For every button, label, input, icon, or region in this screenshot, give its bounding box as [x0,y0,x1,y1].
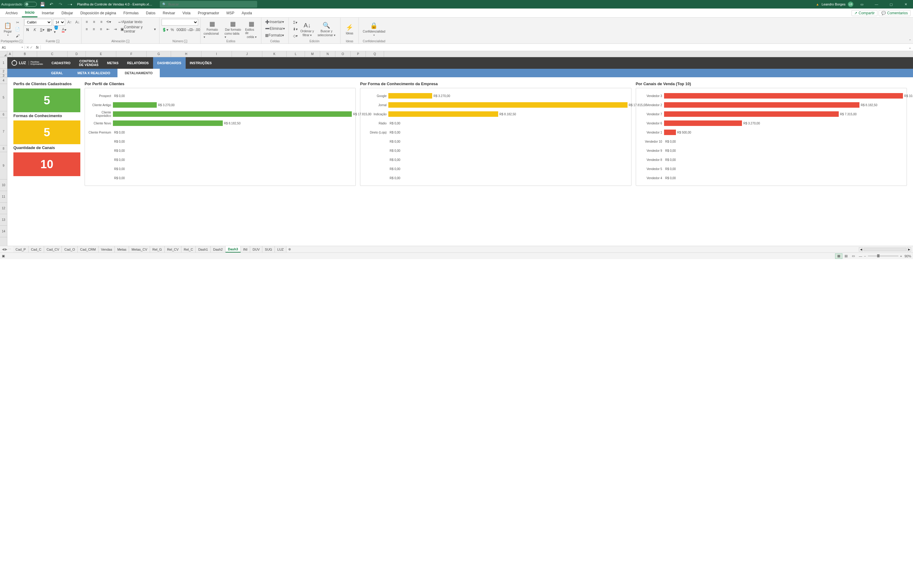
merge-center-icon[interactable]: ▣ Combinar y centrar ▾ [119,26,157,32]
ideas-button[interactable]: ⚡Ideas [345,23,355,36]
comments-button[interactable]: 💬 Comentarios [879,10,911,16]
row-header[interactable]: 7 [0,118,7,145]
sheet-tab-metas_cv[interactable]: Metas_CV [129,246,150,252]
page-break-view-icon[interactable]: ▭ [850,254,857,259]
column-header[interactable]: M [305,51,320,57]
column-header[interactable]: P [351,51,366,57]
delete-button[interactable]: ➖ Eliminar ▾ [264,26,286,32]
number-format-select[interactable] [162,19,198,26]
row-header[interactable]: 12 [0,203,7,214]
qat-customize-icon[interactable]: ⋯▾ [66,1,73,8]
normal-view-icon[interactable]: ▦ [835,254,842,259]
column-header[interactable]: H [171,51,201,57]
sheet-tab-dash2[interactable]: Dash2 [210,246,225,252]
row-header[interactable]: 11 [0,191,7,203]
zoom-slider[interactable] [868,255,898,257]
sheet-tab-sug[interactable]: SUG [262,246,275,252]
ribbon-tab-fórmulas[interactable]: Fórmulas [120,9,141,17]
subnav-item-geral[interactable]: GERAL [44,69,70,77]
formula-input[interactable] [41,46,907,49]
grid[interactable]: ABCDEFGHIJKLMNOPQ LUZ Planilhas Empresar… [7,51,913,246]
column-header[interactable]: I [201,51,232,57]
row-header[interactable]: 8 [0,145,7,152]
align-center-icon[interactable]: ≡ [91,26,97,32]
column-header[interactable]: E [86,51,116,57]
find-select-button[interactable]: 🔍Buscar yseleccionar ▾ [317,21,337,37]
fill-icon[interactable]: ⬇▾ [293,26,298,32]
sheet-first-icon[interactable]: ◀ [2,247,4,251]
ribbon-tab-programador[interactable]: Programador [195,9,222,17]
row-header[interactable]: 3 [0,74,7,77]
maximize-icon[interactable]: ▢ [885,0,897,8]
cell-styles-button[interactable]: ▦Estilos decelda ▾ [244,19,259,39]
subnav-item-detalhamento[interactable]: DETALHAMENTO [118,69,160,77]
sheet-tab-luz[interactable]: LUZ [275,246,287,252]
sheet-tab-cad_o[interactable]: Cad_O [62,246,78,252]
zoom-out-icon[interactable]: − [864,254,866,258]
nav-item-cadastro[interactable]: CADASTRO [47,57,74,69]
ribbon-tab-datos[interactable]: Datos [143,9,159,17]
column-header[interactable]: D [68,51,86,57]
sort-filter-button[interactable]: A↓Ordenar yfiltrar ▾ [299,21,315,37]
column-header[interactable]: F [116,51,147,57]
accept-formula-icon[interactable]: ✓ [30,45,33,50]
sheet-tab-duv[interactable]: DUV [250,246,262,252]
column-header[interactable]: B [13,51,37,57]
sheet-tab-rel_g[interactable]: Rel_G [150,246,165,252]
row-header[interactable]: 6 [0,111,7,118]
redo-icon[interactable]: ↷ [57,1,64,8]
hscroll-left-icon[interactable]: ◀ [859,247,863,252]
select-all-corner[interactable] [0,51,7,57]
record-macro-icon[interactable]: ▣ [2,254,5,258]
nav-item-controle-de-vendas[interactable]: CONTROLE DE VENDAS [75,57,103,69]
dialog-launcher-icon[interactable]: ↘ [19,40,23,43]
ribbon-display-icon[interactable]: ▭ [856,0,868,8]
zoom-in-icon[interactable]: + [900,254,902,258]
font-size-select[interactable]: 14 [53,19,65,26]
dialog-launcher-icon[interactable]: ↘ [56,40,59,43]
clear-icon[interactable]: ◇▾ [293,33,298,39]
ribbon-tab-dibujar[interactable]: Dibujar [58,9,76,17]
increase-font-icon[interactable]: A↑ [66,19,73,25]
decrease-decimal-icon[interactable]: .0→.00 [191,27,197,33]
row-header[interactable]: 4 [0,77,7,84]
align-top-icon[interactable]: ≡ [83,19,90,25]
fill-color-icon[interactable]: 🪣▾ [53,27,60,33]
column-header[interactable]: C [37,51,68,57]
expand-formula-icon[interactable]: ⌄ [907,45,913,50]
insert-button[interactable]: ➕ Insertar ▾ [264,19,286,25]
warning-icon[interactable]: ▲ [816,2,819,6]
ribbon-tab-disposición-de-página[interactable]: Disposición de página [77,9,119,17]
sheet-last-icon[interactable]: ▶ [5,247,7,251]
autosum-icon[interactable]: Σ▾ [293,19,298,26]
sheet-tab-dash3[interactable]: Dash3 [225,246,241,252]
fx-icon[interactable]: fx [34,45,41,50]
align-middle-icon[interactable]: ≡ [91,19,97,25]
row-header[interactable]: 14 [0,226,7,237]
autosave-toggle[interactable] [24,2,37,7]
dialog-launcher-icon[interactable]: ↘ [126,40,130,43]
zoom-level[interactable]: 90% [905,254,911,258]
row-header[interactable]: 1 [0,57,7,69]
bold-icon[interactable]: N [24,27,31,33]
align-bottom-icon[interactable]: ≡ [98,19,105,25]
wrap-text-icon[interactable]: ⮐ Ajustar texto [117,19,144,25]
ribbon-tab-archivo[interactable]: Archivo [2,9,21,17]
confidentiality-button[interactable]: 🔒Confidencialidad▾ [361,21,387,37]
close-icon[interactable]: ✕ [900,0,912,8]
row-header[interactable]: 10 [0,179,7,191]
orientation-icon[interactable]: ⟲▾ [105,19,112,25]
column-header[interactable]: L [287,51,305,57]
column-header[interactable]: A [7,51,13,57]
paste-button[interactable]: 📋Pegar▾ [2,21,13,37]
sheet-tab-rel_cv[interactable]: Rel_CV [165,246,181,252]
row-header[interactable]: 13 [0,214,7,226]
subnav-item-meta-x-realizado[interactable]: META X REALIZADO [70,69,118,77]
sheet-more-icon[interactable]: ⋯ [8,247,11,251]
name-box[interactable]: A1▾ [0,46,25,49]
sheet-tab-metas[interactable]: Metas [115,246,129,252]
copy-icon[interactable]: 📄 [14,26,21,32]
italic-icon[interactable]: K [32,27,38,33]
percent-icon[interactable]: % [169,27,176,33]
font-color-icon[interactable]: A▾ [61,27,68,33]
